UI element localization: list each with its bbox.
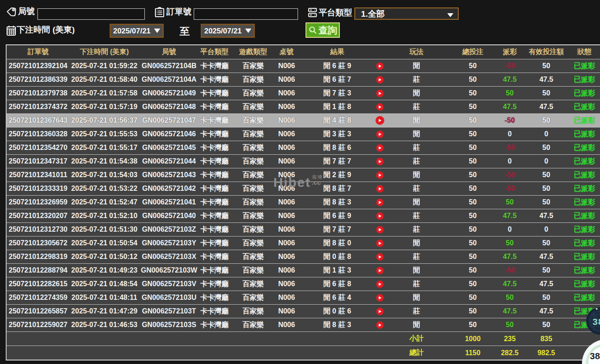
svg-text:38: 38 <box>590 351 600 361</box>
svg-text:38: 38 <box>593 317 600 327</box>
